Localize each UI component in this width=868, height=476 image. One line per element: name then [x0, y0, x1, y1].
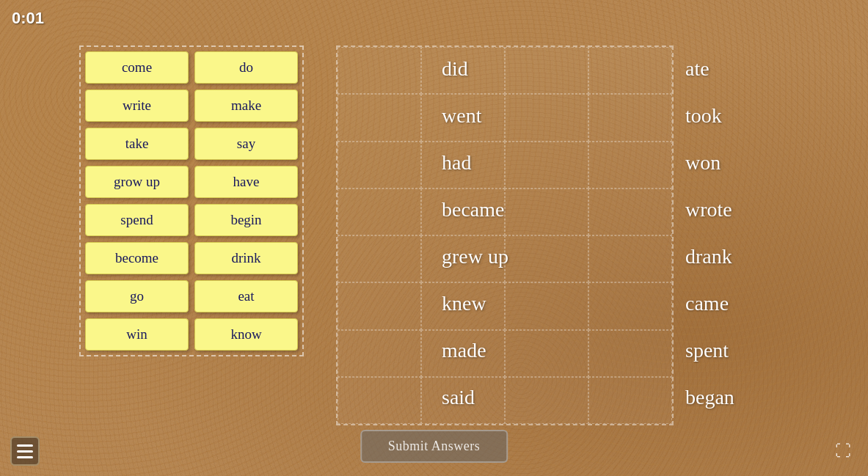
drop-cell-4[interactable] [338, 94, 421, 141]
drop-cell-26[interactable] [505, 330, 588, 377]
past-word-made: made [439, 327, 508, 374]
past-word-began: began [682, 374, 734, 421]
submit-button[interactable]: Submit Answers [360, 430, 508, 463]
menu-line-3 [17, 456, 33, 458]
drop-cell-12[interactable] [338, 188, 421, 235]
drop-cell-30[interactable] [505, 377, 588, 424]
drop-cell-27[interactable] [588, 330, 672, 377]
drop-cell-10[interactable] [505, 142, 588, 188]
drop-cell-3[interactable] [588, 47, 672, 94]
card-do[interactable]: do [194, 51, 298, 84]
past-word-did: did [439, 45, 508, 92]
past-word-became: became [439, 186, 508, 233]
expand-button[interactable]: ⛶ [828, 436, 858, 466]
drop-cell-15[interactable] [588, 188, 672, 235]
card-drink[interactable]: drink [194, 242, 298, 274]
past-words-right-column: ate took won wrote drank came spent bega… [682, 45, 734, 421]
card-take[interactable]: take [85, 128, 189, 160]
card-become[interactable]: become [85, 242, 189, 274]
drop-cell-23[interactable] [588, 282, 672, 329]
past-word-said: said [439, 374, 508, 421]
drop-cell-14[interactable] [505, 188, 588, 235]
past-words-left-column: did went had became grew up knew made sa… [439, 45, 508, 421]
drop-cell-20[interactable] [338, 282, 421, 329]
drop-cell-31[interactable] [588, 377, 672, 424]
card-write[interactable]: write [85, 89, 189, 122]
past-word-took: took [682, 92, 734, 139]
expand-icon: ⛶ [835, 442, 851, 461]
past-word-ate: ate [682, 45, 734, 92]
card-have[interactable]: have [194, 166, 298, 198]
past-word-had: had [439, 139, 508, 186]
drop-cell-28[interactable] [338, 377, 421, 424]
past-word-wrote: wrote [682, 186, 734, 233]
drop-cell-22[interactable] [505, 282, 588, 329]
past-word-knew: knew [439, 280, 508, 327]
menu-line-1 [17, 444, 33, 447]
drop-cell-8[interactable] [338, 142, 421, 188]
card-make[interactable]: make [194, 89, 298, 122]
past-word-spent: spent [682, 327, 734, 374]
past-word-won: won [682, 139, 734, 186]
drop-cell-2[interactable] [505, 47, 588, 94]
card-come[interactable]: come [85, 51, 189, 84]
drop-cell-6[interactable] [505, 94, 588, 141]
cards-grid: come do write make take say grow up have… [85, 51, 298, 351]
past-word-grew-up: grew up [439, 233, 508, 280]
card-say[interactable]: say [194, 128, 298, 160]
past-word-went: went [439, 92, 508, 139]
timer: 0:01 [12, 9, 44, 28]
drop-cell-24[interactable] [338, 330, 421, 377]
drop-cell-11[interactable] [588, 142, 672, 188]
past-word-drank: drank [682, 233, 734, 280]
card-go[interactable]: go [85, 280, 189, 312]
card-spend[interactable]: spend [85, 204, 189, 236]
past-word-came: came [682, 280, 734, 327]
menu-line-2 [17, 450, 33, 453]
drop-cell-18[interactable] [505, 235, 588, 282]
drop-cell-7[interactable] [588, 94, 672, 141]
drop-cell-0[interactable] [338, 47, 421, 94]
card-know[interactable]: know [194, 318, 298, 351]
word-cards-panel: come do write make take say grow up have… [79, 45, 304, 356]
menu-button[interactable] [10, 436, 40, 466]
card-win[interactable]: win [85, 318, 189, 351]
drop-cell-19[interactable] [588, 235, 672, 282]
card-eat[interactable]: eat [194, 280, 298, 312]
card-begin[interactable]: begin [194, 204, 298, 236]
card-grow-up[interactable]: grow up [85, 166, 189, 198]
drop-cell-16[interactable] [338, 235, 421, 282]
